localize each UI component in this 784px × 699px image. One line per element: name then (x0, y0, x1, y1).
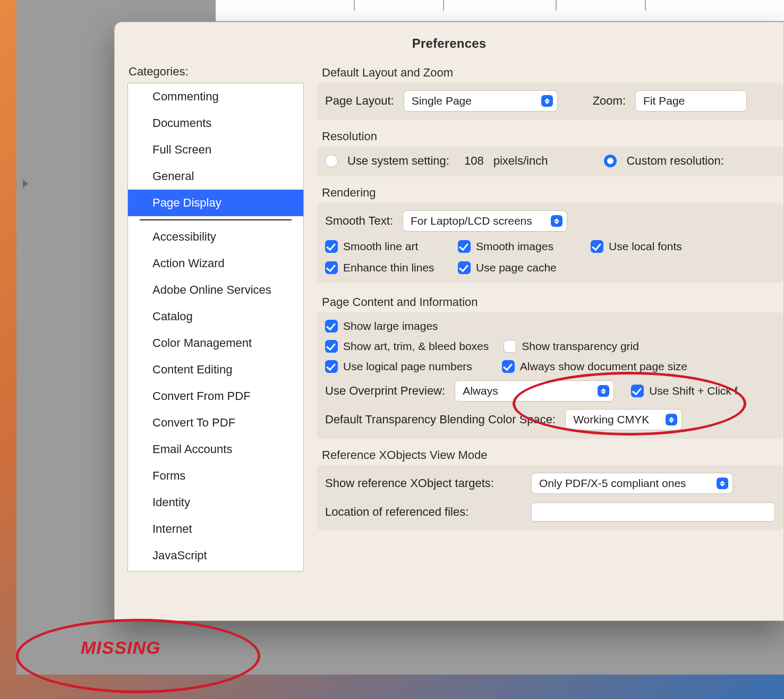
smooth-images-checkbox[interactable] (458, 240, 471, 253)
zoom-label: Zoom: (593, 94, 626, 108)
resolution-system-value: 108 (464, 154, 484, 168)
categories-label: Categories: (129, 65, 304, 79)
smooth-images-label: Smooth images (476, 240, 553, 253)
shift-click-checkbox[interactable] (631, 385, 644, 397)
categories-list[interactable]: Commenting Documents Full Screen General… (127, 83, 304, 572)
panel-xobjects: Show reference XObject targets: Only PDF… (317, 465, 783, 530)
category-internet[interactable]: Internet (128, 516, 303, 542)
panel-layout-zoom: Page Layout: Single Page Zoom: Fit Page (317, 83, 783, 120)
xobject-targets-label: Show reference XObject targets: (325, 476, 522, 490)
category-action-wizard[interactable]: Action Wizard (128, 250, 303, 277)
category-accessibility[interactable]: Accessibility (128, 224, 303, 250)
category-catalog[interactable]: Catalog (128, 303, 303, 330)
xobject-targets-value: Only PDF/X-5 compliant ones (539, 477, 686, 490)
show-large-images-checkbox[interactable] (325, 320, 338, 333)
shift-click-label: Use Shift + Click f (649, 385, 737, 397)
show-transparency-grid-label: Show transparency grid (522, 340, 639, 353)
smooth-line-art-label: Smooth line art (343, 240, 418, 253)
category-content-editing[interactable]: Content Editing (128, 356, 303, 383)
overprint-preview-label: Use Overprint Preview: (325, 384, 445, 398)
page-layout-value: Single Page (412, 95, 472, 107)
category-general[interactable]: General (128, 163, 303, 190)
page-layout-select[interactable]: Single Page (404, 90, 558, 112)
category-email-accounts[interactable]: Email Accounts (128, 436, 303, 463)
enhance-thin-lines-checkbox[interactable] (325, 261, 338, 274)
blend-space-value: Working CMYK (573, 413, 649, 426)
category-page-display[interactable]: Page Display (128, 190, 303, 216)
smooth-text-label: Smooth Text: (325, 214, 393, 228)
resolution-system-label: Use system setting: (347, 154, 449, 168)
updown-caret-icon (717, 478, 728, 489)
page-layout-label: Page Layout: (325, 94, 394, 108)
show-boxes-checkbox[interactable] (325, 340, 338, 353)
smooth-text-value: For Laptop/LCD screens (411, 215, 532, 227)
category-forms[interactable]: Forms (128, 463, 303, 489)
updown-caret-icon (551, 215, 563, 227)
category-adobe-online-services[interactable]: Adobe Online Services (128, 277, 303, 303)
section-resolution-title: Resolution (322, 130, 783, 143)
use-local-fonts-label: Use local fonts (609, 240, 682, 253)
category-full-screen[interactable]: Full Screen (128, 137, 303, 163)
resolution-system-radio[interactable] (325, 155, 338, 167)
updown-caret-icon (666, 414, 677, 425)
always-show-page-size-checkbox[interactable] (502, 360, 515, 373)
annotation-missing-label: MISSING (81, 637, 161, 658)
overprint-preview-value: Always (463, 385, 498, 397)
categories-separator (140, 219, 292, 220)
category-convert-to-pdf[interactable]: Convert To PDF (128, 410, 303, 436)
use-page-cache-label: Use page cache (476, 261, 557, 274)
section-page-content-title: Page Content and Information (322, 295, 783, 309)
show-boxes-label: Show art, trim, & bleed boxes (343, 340, 489, 353)
panel-resolution: Use system setting: 108 pixels/inch Cust… (317, 147, 783, 176)
show-large-images-label: Show large images (343, 320, 438, 333)
blend-space-select[interactable]: Working CMYK (565, 409, 682, 430)
blend-space-label: Default Transparency Blending Color Spac… (325, 413, 556, 427)
category-javascript[interactable]: JavaScript (128, 542, 303, 569)
dialog-title: Preferences (115, 22, 783, 63)
category-convert-from-pdf[interactable]: Convert From PDF (128, 383, 303, 410)
updown-caret-icon (541, 95, 553, 107)
section-layout-zoom-title: Default Layout and Zoom (322, 66, 783, 80)
use-page-cache-checkbox[interactable] (458, 261, 471, 274)
preferences-main: Default Layout and Zoom Page Layout: Sin… (317, 63, 783, 620)
smooth-text-select[interactable]: For Laptop/LCD screens (403, 210, 567, 232)
panel-rendering: Smooth Text: For Laptop/LCD screens Smoo… (317, 203, 783, 283)
category-documents[interactable]: Documents (128, 110, 303, 137)
xobject-location-label: Location of referenced files: (325, 505, 522, 519)
show-transparency-grid-checkbox[interactable] (504, 340, 516, 353)
category-commenting[interactable]: Commenting (128, 83, 303, 110)
xobject-targets-select[interactable]: Only PDF/X-5 compliant ones (531, 473, 733, 494)
sidebar-disclosure-triangle-icon[interactable] (23, 180, 28, 188)
always-show-page-size-label: Always show document page size (520, 360, 687, 373)
category-color-management[interactable]: Color Management (128, 330, 303, 356)
resolution-custom-radio[interactable] (604, 155, 617, 167)
background-document-strip (216, 0, 784, 21)
updown-caret-icon (598, 385, 609, 397)
zoom-value: Fit Page (643, 95, 685, 107)
use-logical-page-numbers-checkbox[interactable] (325, 360, 338, 373)
use-local-fonts-checkbox[interactable] (591, 240, 603, 253)
section-xobjects-title: Reference XObjects View Mode (322, 448, 783, 462)
panel-page-content: Show large images Show art, trim, & blee… (317, 312, 783, 439)
overprint-preview-select[interactable]: Always (455, 380, 614, 402)
category-identity[interactable]: Identity (128, 489, 303, 516)
smooth-line-art-checkbox[interactable] (325, 240, 338, 253)
enhance-thin-lines-label: Enhance thin lines (343, 261, 434, 274)
zoom-select[interactable]: Fit Page (635, 90, 747, 112)
section-rendering-title: Rendering (322, 186, 783, 200)
use-logical-page-numbers-label: Use logical page numbers (343, 360, 472, 373)
resolution-custom-label: Custom resolution: (626, 154, 723, 168)
resolution-system-units: pixels/inch (493, 154, 548, 168)
xobject-location-input[interactable] (531, 502, 775, 522)
categories-sidebar: Categories: Commenting Documents Full Sc… (115, 63, 317, 620)
preferences-dialog: Preferences Categories: Commenting Docum… (114, 22, 784, 621)
